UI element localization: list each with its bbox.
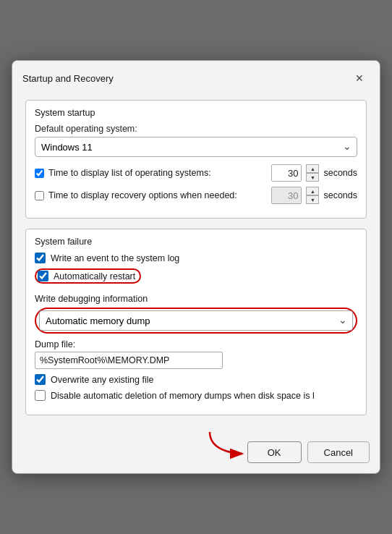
- time-recovery-up[interactable]: ▲: [306, 187, 319, 195]
- time-recovery-spinner: ▲ ▼: [306, 187, 319, 204]
- time-recovery-input[interactable]: 30: [271, 187, 302, 204]
- time-display-checkbox[interactable]: [35, 169, 44, 178]
- dump-file-input[interactable]: %SystemRoot%\MEMORY.DMP: [35, 352, 223, 369]
- time-display-suffix: seconds: [323, 168, 357, 178]
- time-display-spinner: ▲ ▼: [306, 164, 319, 182]
- time-display-down[interactable]: ▼: [306, 173, 319, 182]
- debug-type-highlight: Automatic memory dump Complete memory du…: [35, 308, 357, 334]
- time-recovery-down[interactable]: ▼: [306, 195, 319, 204]
- time-recovery-row: Time to display recovery options when ne…: [35, 187, 357, 204]
- auto-restart-highlight: Automatically restart: [35, 268, 141, 284]
- time-display-input[interactable]: 30: [271, 164, 302, 182]
- system-failure-label: System failure: [35, 237, 357, 247]
- write-debug-label: Write debugging information: [35, 294, 357, 304]
- overwrite-row: Overwrite any existing file: [35, 374, 357, 385]
- title-bar: Startup and Recovery ✕: [12, 61, 380, 93]
- default-os-row: Default operating system: Windows 11: [35, 124, 357, 157]
- auto-restart-label: Automatically restart: [54, 271, 135, 281]
- disable-deletion-label: Disable automatic deletion of memory dum…: [51, 391, 315, 401]
- auto-restart-checkbox[interactable]: [38, 271, 48, 281]
- ok-button[interactable]: OK: [247, 441, 302, 463]
- write-event-label: Write an event to the system log: [51, 253, 179, 263]
- default-os-dropdown[interactable]: Windows 11: [35, 137, 357, 157]
- system-startup-label: System startup: [35, 108, 357, 118]
- write-event-checkbox[interactable]: [35, 253, 46, 263]
- debug-type-dropdown-wrap: Automatic memory dump Complete memory du…: [39, 310, 353, 331]
- time-display-row: Time to display list of operating system…: [35, 164, 357, 182]
- cancel-button[interactable]: Cancel: [307, 441, 370, 463]
- default-os-dropdown-wrap: Windows 11: [35, 137, 357, 157]
- write-event-row: Write an event to the system log: [35, 253, 357, 263]
- time-display-label: Time to display list of operating system…: [48, 168, 267, 178]
- disable-deletion-checkbox[interactable]: [35, 390, 46, 401]
- dialog-footer: OK Cancel: [12, 436, 380, 473]
- time-recovery-checkbox[interactable]: [35, 191, 44, 200]
- dialog-title: Startup and Recovery: [22, 73, 114, 84]
- disable-deletion-row: Disable automatic deletion of memory dum…: [35, 390, 357, 401]
- close-button[interactable]: ✕: [349, 68, 370, 88]
- default-os-label: Default operating system:: [35, 124, 357, 134]
- time-recovery-label: Time to display recovery options when ne…: [48, 190, 267, 200]
- overwrite-label: Overwrite any existing file: [51, 375, 153, 385]
- overwrite-checkbox[interactable]: [35, 374, 46, 385]
- startup-recovery-dialog: Startup and Recovery ✕ System startup De…: [12, 60, 380, 474]
- dialog-body: System startup Default operating system:…: [12, 93, 380, 436]
- time-recovery-suffix: seconds: [323, 190, 357, 200]
- system-startup-group: System startup Default operating system:…: [25, 100, 367, 219]
- auto-restart-row: Automatically restart: [35, 268, 357, 289]
- debug-type-dropdown[interactable]: Automatic memory dump Complete memory du…: [39, 310, 353, 331]
- dump-file-label: Dump file:: [35, 339, 357, 349]
- time-display-up[interactable]: ▲: [306, 164, 319, 173]
- system-failure-group: System failure Write an event to the sys…: [25, 229, 367, 415]
